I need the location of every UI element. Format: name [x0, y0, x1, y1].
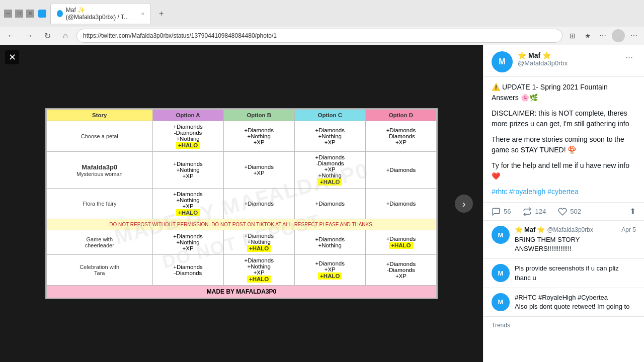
story-cell: Choose a petal	[47, 121, 153, 152]
story-cell: Mafalda3p0Mysterious woman	[47, 152, 153, 189]
reply-tweet-2: M Pls provide screenshots if u can pliz …	[484, 259, 644, 288]
warning-text-2: DO NOT	[211, 222, 231, 227]
tweet-body: ⚠️ UPDATE 1- Spring 2021 Fountain Answer…	[484, 77, 644, 203]
comment-button[interactable]: 56	[492, 207, 511, 216]
retweet-icon	[523, 207, 532, 216]
tweet-line-1: ⚠️ UPDATE 1- Spring 2021 Fountain Answer…	[492, 82, 636, 103]
refresh-button[interactable]: ↻	[40, 29, 54, 43]
option-c-cell: +Diamonds+Nothing	[294, 230, 365, 255]
user-display-name: Maf	[528, 51, 540, 59]
tweet-actions: 56 124 502 ⬆	[484, 203, 644, 221]
extensions-button[interactable]: ⊞	[567, 30, 579, 42]
tab-favicon	[57, 10, 63, 17]
tab-close-button[interactable]: ×	[141, 11, 144, 17]
profile-button[interactable]	[612, 29, 625, 42]
favorites-button[interactable]: ★	[582, 30, 594, 42]
col-header-story: Story	[47, 110, 153, 121]
settings-button[interactable]: ⋯	[597, 30, 609, 42]
hashtag-royalehigh[interactable]: #royalehigh	[509, 188, 545, 196]
photo-panel: ✕ › MADE BY MAFALDA3P0 DO NOT REPOST Sto…	[0, 45, 483, 362]
fountain-table-container: MADE BY MAFALDA3P0 DO NOT REPOST Story O…	[45, 108, 438, 299]
reply-name: ⭐ Maf ⭐	[515, 226, 545, 233]
halo-badge: +HALO	[176, 142, 200, 149]
option-a-cell: +Diamonds-Diamonds+Nothing+HALO	[152, 121, 223, 152]
share-button[interactable]: ⬆	[629, 207, 636, 216]
fountain-answers-table: Story Option A Option B Option C Option …	[46, 109, 437, 298]
reply-content: ⭐ Maf ⭐ @Mafalda3p0rbx · Apr 5 BRING THE…	[515, 226, 636, 253]
warning-row: DO NOT REPOST WITHOUT PERMISSION. DO NOT…	[47, 219, 437, 230]
made-by-cell: MADE BY MAFALDA3P0	[47, 286, 437, 298]
browser-favicon	[38, 10, 46, 18]
col-header-d: Option D	[365, 110, 436, 121]
forward-button[interactable]: →	[22, 29, 36, 43]
option-c-cell: +Diamonds-Diamonds+XP+Nothing+HALO	[294, 152, 365, 189]
home-button[interactable]: ⌂	[58, 29, 72, 43]
halo-badge: +HALO	[318, 178, 342, 186]
reply-display-name: Maf	[524, 226, 535, 233]
like-count: 502	[570, 208, 581, 215]
maximize-button[interactable]: □	[15, 10, 23, 18]
new-tab-button[interactable]: +	[155, 7, 168, 20]
reply-avatar-3: M	[492, 293, 510, 311]
tweet-more-button[interactable]: ···	[622, 51, 636, 64]
reply-tweet-3: M #RHTC #RoyaleHigh #CyberteaAlso pls do…	[484, 288, 644, 317]
tab-label: Maf ✨ (@Mafalda3p0rbx) / T...	[66, 7, 136, 21]
option-d-cell: +Diamonds	[365, 189, 436, 219]
option-c-cell: +Diamonds+XP+HALO	[294, 255, 365, 286]
address-bar: ← → ↻ ⌂ ⊞ ★ ⋯ ⋯	[0, 27, 644, 45]
option-d-cell: +Diamonds	[365, 152, 436, 189]
hashtag-cybertea[interactable]: #cybertea	[547, 188, 578, 196]
warning-text: DO NOT	[109, 222, 129, 227]
made-by-row: MADE BY MAFALDA3P0	[47, 286, 437, 298]
col-header-b: Option B	[223, 110, 294, 121]
story-cell: Game withcheerleader	[47, 230, 153, 255]
option-a-cell: +Diamonds+Nothing+XP	[152, 152, 223, 189]
tweet-line-4: Ty for the help and tell me if u have ne…	[492, 160, 636, 182]
reply-avatar-2: M	[492, 264, 510, 282]
tweet-line-3: There are more stories coming soon to th…	[492, 134, 636, 155]
option-d-cell: +Diamonds-Diamonds+XP	[365, 121, 436, 152]
photo-next-button[interactable]: ›	[455, 195, 473, 213]
table-row: Celebration withTara +Diamonds-Diamonds …	[47, 255, 437, 286]
col-header-c: Option C	[294, 110, 365, 121]
reply-star-icon: ⭐	[515, 226, 523, 233]
like-button[interactable]: 502	[558, 207, 581, 216]
warning-text-3: AT ALL	[275, 222, 291, 227]
back-button[interactable]: ←	[4, 29, 18, 43]
option-a-cell: +Diamonds+Nothing+XP+HALO	[152, 189, 223, 219]
option-d-cell: +Diamonds+HALO	[365, 230, 436, 255]
close-button[interactable]: ✕	[26, 10, 34, 18]
tweet-hashtags: #rhtc #royalehigh #cybertea	[492, 187, 636, 197]
option-c-cell: +Diamonds	[294, 189, 365, 219]
reply-content-2: Pls provide screenshots if u can pliz th…	[515, 264, 636, 282]
hashtag-rhtc[interactable]: #rhtc	[492, 188, 507, 196]
star-prefix-icon: ⭐	[518, 51, 526, 59]
option-b-cell: +Diamonds+Nothing+XP	[223, 121, 294, 152]
option-d-cell: +Diamonds-Diamonds+XP	[365, 255, 436, 286]
more-button[interactable]: ⋯	[628, 30, 640, 42]
option-b-cell: +Diamonds+Nothing+XP+HALO	[223, 255, 294, 286]
tweet-avatar: M	[492, 51, 513, 72]
window-controls: ─ □ ✕	[4, 10, 34, 18]
option-a-cell: +Diamonds+Nothing+XP	[152, 230, 223, 255]
url-bar[interactable]	[76, 29, 562, 43]
table-row: Mafalda3p0Mysterious woman +Diamonds+Not…	[47, 152, 437, 189]
toolbar-icons: ⊞ ★ ⋯ ⋯	[567, 29, 640, 42]
halo-badge: +HALO	[247, 245, 271, 252]
halo-badge: +HALO	[389, 242, 413, 249]
table-row: Flora the fairy +Diamonds+Nothing+XP+HAL…	[47, 189, 437, 219]
minimize-button[interactable]: ─	[4, 10, 12, 18]
comment-icon	[492, 207, 501, 216]
reply-text-2: Pls provide screenshots if u can pliz th…	[515, 264, 636, 282]
photo-close-button[interactable]: ✕	[5, 50, 19, 64]
reply-header: ⭐ Maf ⭐ @Mafalda3p0rbx · Apr 5	[515, 226, 636, 233]
col-header-a: Option A	[152, 110, 223, 121]
twitter-sidebar: M ⭐ Maf ⭐ @Mafalda3p0rbx ··· ⚠️ UPDATE 1…	[483, 45, 644, 362]
reply-text-3: #RHTC #RoyaleHigh #CyberteaAlso pls dont…	[515, 293, 636, 311]
retweet-button[interactable]: 124	[523, 207, 546, 216]
bold-story-label: Mafalda3p0	[82, 163, 117, 171]
active-tab[interactable]: Maf ✨ (@Mafalda3p0rbx) / T... ×	[50, 3, 151, 24]
tweet-user-info: ⭐ Maf ⭐ @Mafalda3p0rbx	[518, 51, 617, 67]
story-cell: Celebration withTara	[47, 255, 153, 286]
reply-tweet-1: M ⭐ Maf ⭐ @Mafalda3p0rbx · Apr 5 BRING T…	[484, 221, 644, 259]
